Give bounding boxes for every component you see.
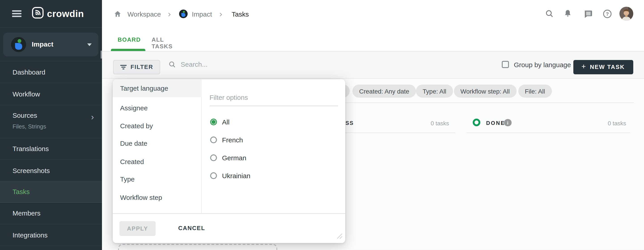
filter-category-due-date[interactable]: Due date bbox=[112, 135, 202, 152]
tab-all-tasks[interactable]: ALL TASKS bbox=[152, 36, 173, 50]
radio-icon[interactable] bbox=[210, 154, 217, 161]
search-icon bbox=[168, 60, 176, 69]
help-icon[interactable]: ? bbox=[602, 9, 612, 21]
filter-category-assignee[interactable]: Assignee bbox=[112, 99, 202, 117]
sidebar-item-integrations[interactable]: Integrations bbox=[0, 224, 102, 246]
home-icon[interactable] bbox=[114, 10, 122, 20]
project-selector-name: Impact bbox=[32, 40, 54, 48]
panel-footer-divider bbox=[112, 213, 345, 214]
messages-icon[interactable] bbox=[583, 9, 593, 21]
radio-icon[interactable] bbox=[210, 172, 217, 179]
project-selector[interactable]: Impact bbox=[3, 33, 98, 56]
chips-divider bbox=[340, 102, 634, 103]
user-avatar[interactable] bbox=[620, 7, 633, 21]
sidebar-item-dashboard[interactable]: Dashboard bbox=[0, 61, 102, 83]
search-icon[interactable] bbox=[545, 9, 554, 20]
tab-board[interactable]: BOARD bbox=[118, 36, 141, 43]
topbar: Workspace Impact Tasks bbox=[102, 0, 644, 52]
filter-category-created-by[interactable]: Created by bbox=[112, 117, 202, 135]
crowdin-logo-icon bbox=[32, 7, 44, 21]
column-header-done: DONE bbox=[486, 120, 505, 126]
filter-icon bbox=[120, 65, 126, 69]
filter-option-german[interactable]: German bbox=[210, 153, 246, 162]
svg-text:?: ? bbox=[606, 11, 609, 17]
search-placeholder: Search... bbox=[181, 61, 208, 68]
chevron-right-icon: › bbox=[91, 113, 94, 121]
filter-chip-type[interactable]: Type: All bbox=[416, 85, 453, 98]
sidebar-item-tasks[interactable]: Tasks bbox=[0, 181, 102, 202]
breadcrumb: Workspace Impact Tasks bbox=[102, 0, 644, 28]
filter-chip-workflow-step[interactable]: Workflow step: All bbox=[454, 85, 516, 98]
breadcrumb-project-avatar-icon bbox=[179, 10, 188, 20]
group-by-language-checkbox[interactable] bbox=[502, 61, 509, 68]
cancel-button[interactable]: CANCEL bbox=[178, 225, 205, 231]
breadcrumb-workspace[interactable]: Workspace bbox=[128, 10, 161, 18]
filter-option-french[interactable]: French bbox=[210, 135, 243, 144]
sidebar-scrollbar-thumb[interactable] bbox=[100, 51, 102, 59]
filter-button[interactable]: FILTER bbox=[113, 60, 160, 74]
done-status-icon bbox=[472, 119, 480, 126]
input-underline bbox=[210, 105, 338, 106]
search-input[interactable]: Search... bbox=[168, 60, 208, 69]
chevron-right-icon bbox=[218, 11, 224, 19]
resize-handle[interactable] bbox=[336, 232, 343, 241]
column-divider bbox=[345, 132, 455, 133]
radio-icon[interactable] bbox=[210, 136, 217, 143]
crowdin-tasks-page: crowdin Impact Dashboard Workflow Source… bbox=[0, 0, 644, 250]
group-by-language-label: Group by language bbox=[514, 61, 571, 69]
crowdin-logo-text: crowdin bbox=[47, 8, 84, 19]
new-task-button[interactable]: + NEW TASK bbox=[573, 60, 633, 74]
sidebar-header: crowdin bbox=[0, 0, 102, 28]
hamburger-menu-icon[interactable] bbox=[12, 10, 22, 17]
column-divider bbox=[466, 132, 630, 133]
toolbar: FILTER Search... Group by language + NEW… bbox=[102, 52, 644, 79]
filter-category-created[interactable]: Created bbox=[112, 153, 202, 171]
filter-options-placeholder: Filter options bbox=[210, 94, 248, 101]
filter-category-list: Target language Assignee Created by Due … bbox=[112, 79, 202, 213]
sidebar-item-sources[interactable]: Sources Files, Strings › bbox=[0, 105, 102, 138]
column-count-in-progress: 0 tasks bbox=[431, 120, 449, 127]
notifications-bell-icon[interactable] bbox=[563, 9, 572, 20]
column-count-done: 0 tasks bbox=[608, 120, 626, 127]
filter-category-target-language[interactable]: Target language bbox=[112, 79, 202, 97]
project-avatar-icon bbox=[11, 37, 26, 52]
sidebar-item-sources-subtitle: Files, Strings bbox=[12, 123, 46, 130]
apply-button[interactable]: APPLY bbox=[120, 221, 156, 236]
breadcrumb-current: Tasks bbox=[232, 10, 249, 18]
sidebar-item-screenshots[interactable]: Screenshots bbox=[0, 160, 102, 181]
filter-category-workflow-step[interactable]: Workflow step bbox=[112, 188, 202, 206]
info-icon[interactable]: i bbox=[504, 119, 512, 126]
chevron-down-icon bbox=[87, 44, 92, 46]
filter-options-input[interactable]: Filter options bbox=[210, 89, 338, 106]
crowdin-logo[interactable]: crowdin bbox=[32, 7, 84, 21]
filter-option-ukrainian[interactable]: Ukrainian bbox=[210, 171, 250, 180]
todo-column-dropzone bbox=[118, 244, 277, 250]
chevron-right-icon bbox=[166, 11, 172, 19]
group-by-language-toggle[interactable]: Group by language bbox=[502, 61, 571, 69]
filter-chip-file[interactable]: File: All bbox=[518, 85, 552, 98]
sidebar-item-members[interactable]: Members bbox=[0, 202, 102, 224]
filter-option-all[interactable]: All bbox=[210, 118, 230, 126]
filter-panel: Target language Assignee Created by Due … bbox=[112, 79, 345, 243]
filter-category-type[interactable]: Type bbox=[112, 170, 202, 188]
sidebar: crowdin Impact Dashboard Workflow Source… bbox=[0, 0, 102, 250]
sidebar-item-translations[interactable]: Translations bbox=[0, 138, 102, 160]
filter-chip-created[interactable]: Created: Any date bbox=[352, 85, 416, 98]
breadcrumb-project[interactable]: Impact bbox=[192, 10, 212, 18]
plus-icon: + bbox=[582, 63, 586, 71]
sidebar-item-workflow[interactable]: Workflow bbox=[0, 83, 102, 105]
radio-selected-icon[interactable] bbox=[210, 119, 217, 125]
